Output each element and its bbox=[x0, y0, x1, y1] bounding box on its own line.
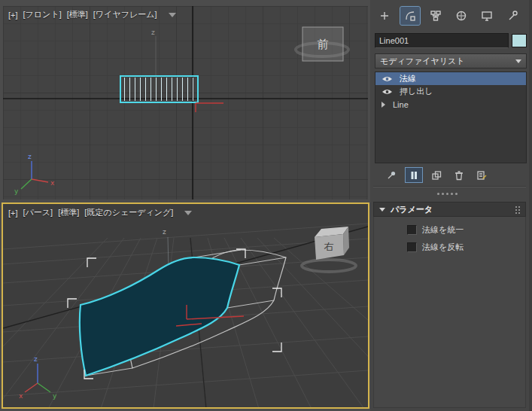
rollout-header-parameters[interactable]: パラメータ bbox=[373, 202, 526, 217]
pin-stack-button[interactable] bbox=[382, 167, 400, 183]
svg-text:z: z bbox=[163, 228, 166, 236]
viewcube-perspective[interactable]: 右 bbox=[302, 227, 356, 272]
axis-tripod-persp: z x y bbox=[19, 355, 57, 400]
checkbox-unify-normals[interactable] bbox=[407, 225, 417, 235]
svg-text:右: 右 bbox=[324, 241, 334, 252]
svg-text:前: 前 bbox=[318, 38, 329, 51]
panel-scrollbar[interactable] bbox=[529, 0, 532, 411]
command-panel: モディファイヤリスト 法線 押し出し Line bbox=[370, 0, 532, 411]
svg-text:z: z bbox=[151, 29, 155, 36]
rollout-grip-icon bbox=[515, 206, 520, 213]
rollout-body-parameters: 法線を統一 法線を反転 bbox=[373, 217, 526, 408]
show-end-result-icon bbox=[408, 169, 420, 181]
checkbox-label: 法線を統一 bbox=[422, 224, 464, 236]
svg-text:z: z bbox=[28, 153, 32, 160]
svg-text:z: z bbox=[34, 355, 38, 363]
svg-text:x: x bbox=[50, 179, 55, 187]
tab-display[interactable] bbox=[477, 7, 497, 25]
modify-icon bbox=[404, 10, 416, 22]
panel-divider bbox=[373, 186, 526, 187]
command-panel-tabs bbox=[375, 6, 522, 26]
modifier-stack-list: 法線 押し出し Line bbox=[375, 72, 527, 163]
viewport-pov-menu[interactable]: [標準] bbox=[67, 9, 88, 20]
modifier-row-normal[interactable]: 法線 bbox=[375, 72, 526, 85]
3dsmax-window: [+] [フロント] [標準] [ワイヤフレーム] bbox=[0, 0, 532, 411]
tab-modify[interactable] bbox=[400, 7, 420, 25]
viewport-perspective-active[interactable]: [+] [パース] [標準] [既定のシェーディング] bbox=[2, 202, 369, 409]
tab-create[interactable] bbox=[375, 7, 394, 25]
viewport-shading-menu[interactable]: [ワイヤフレーム] bbox=[93, 9, 157, 20]
viewport-menu-button[interactable]: [+] bbox=[8, 11, 18, 20]
viewport-pov-menu[interactable]: [標準] bbox=[58, 207, 79, 218]
checkbox-flip-normals[interactable] bbox=[407, 242, 417, 252]
modifier-row-line[interactable]: Line bbox=[375, 98, 526, 111]
modifier-list-dropdown[interactable]: モディファイヤリスト bbox=[375, 53, 527, 68]
object-name-input[interactable] bbox=[375, 33, 509, 48]
svg-text:y: y bbox=[14, 187, 19, 195]
flip-normals-row: 法線を反転 bbox=[407, 242, 525, 253]
tab-utilities[interactable] bbox=[503, 7, 522, 25]
modifier-row-label: Line bbox=[393, 100, 409, 109]
tab-hierarchy[interactable] bbox=[426, 7, 445, 25]
chevron-down-icon bbox=[515, 59, 521, 63]
viewport-front[interactable]: [+] [フロント] [標準] [ワイヤフレーム] bbox=[3, 6, 368, 199]
create-plus-icon bbox=[378, 10, 391, 22]
viewport-menu-arrow-icon[interactable] bbox=[169, 13, 176, 17]
panel-resize-grip[interactable] bbox=[446, 193, 448, 195]
trash-icon bbox=[453, 169, 465, 181]
object-color-swatch[interactable] bbox=[512, 34, 527, 47]
extruded-spline-front[interactable] bbox=[120, 76, 198, 102]
configure-sets-icon bbox=[476, 169, 488, 181]
modifier-row-label: 法線 bbox=[400, 73, 416, 84]
checkbox-label: 法線を反転 bbox=[422, 242, 464, 253]
visibility-eye-icon[interactable] bbox=[382, 88, 393, 96]
modifier-list-label: モディファイヤリスト bbox=[380, 56, 465, 67]
rollout-title: パラメータ bbox=[391, 204, 433, 215]
make-unique-button[interactable] bbox=[427, 167, 445, 183]
show-end-result-button[interactable] bbox=[405, 167, 423, 183]
viewport-menu-arrow-icon[interactable] bbox=[184, 211, 192, 215]
tab-motion[interactable] bbox=[451, 7, 471, 25]
viewport-view-menu[interactable]: [フロント] bbox=[23, 9, 62, 20]
make-unique-icon bbox=[430, 169, 442, 181]
configure-modifier-sets-button[interactable] bbox=[473, 167, 491, 183]
remove-modifier-button[interactable] bbox=[450, 167, 468, 183]
persp-viewport-canvas[interactable]: z bbox=[3, 204, 368, 407]
modifier-row-extrude[interactable]: 押し出し bbox=[375, 85, 526, 98]
svg-text:x: x bbox=[19, 392, 23, 400]
unify-normals-row: 法線を統一 bbox=[407, 224, 525, 236]
rollout-collapse-arrow-icon bbox=[379, 208, 385, 212]
utilities-wrench-icon bbox=[506, 10, 518, 22]
svg-text:y: y bbox=[53, 392, 57, 400]
visibility-eye-icon[interactable] bbox=[382, 75, 393, 83]
hierarchy-icon bbox=[430, 10, 442, 22]
display-monitor-icon bbox=[481, 10, 493, 22]
viewport-shading-menu[interactable]: [既定のシェーディング] bbox=[84, 207, 173, 218]
viewcube-front[interactable]: 前 bbox=[296, 27, 348, 61]
pin-icon bbox=[385, 169, 397, 181]
expand-arrow-icon[interactable] bbox=[382, 102, 385, 108]
motion-wheel-icon bbox=[455, 10, 467, 22]
viewport-front-label: [+] [フロント] [標準] [ワイヤフレーム] bbox=[8, 9, 176, 20]
front-viewport-canvas[interactable]: z 前 z x y bbox=[3, 6, 368, 199]
stack-toolbar bbox=[382, 167, 491, 183]
viewport-persp-label: [+] [パース] [標準] [既定のシェーディング] bbox=[8, 207, 192, 218]
modifier-row-label: 押し出し bbox=[400, 86, 433, 97]
viewport-view-menu[interactable]: [パース] bbox=[23, 207, 53, 218]
viewport-menu-button[interactable]: [+] bbox=[8, 209, 18, 218]
